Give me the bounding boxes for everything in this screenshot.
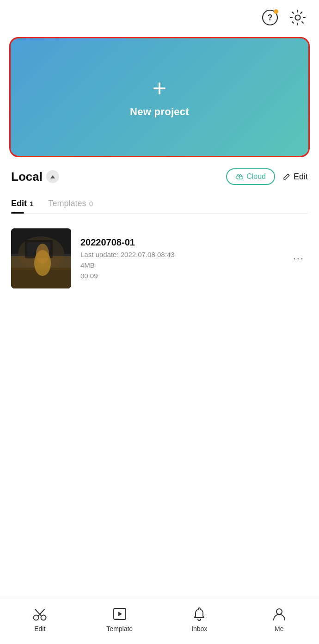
local-title-group: Local	[11, 170, 59, 184]
table-row[interactable]: 20220708-01 Last update: 2022.07.08 08:4…	[11, 225, 308, 296]
tab-edit-count: 1	[28, 200, 34, 208]
svg-marker-17	[118, 612, 122, 616]
project-last-update: Last update: 2022.07.08 08:43	[80, 251, 280, 258]
nav-label-inbox: Inbox	[191, 625, 207, 632]
more-options-button[interactable]: ···	[289, 249, 308, 268]
content-spacer	[0, 300, 319, 598]
nav-item-inbox[interactable]: Inbox	[160, 606, 239, 632]
sort-button[interactable]	[46, 170, 59, 183]
tab-edit[interactable]: Edit 1	[11, 194, 34, 213]
template-icon	[111, 606, 128, 622]
nav-label-edit: Edit	[34, 625, 45, 632]
edit-action-button[interactable]: Edit	[282, 172, 308, 182]
nav-item-edit[interactable]: Edit	[0, 606, 80, 632]
cloud-button[interactable]: Cloud	[226, 168, 275, 185]
project-info: 20220708-01 Last update: 2022.07.08 08:4…	[80, 237, 280, 280]
thumbnail-image	[11, 228, 71, 288]
nav-item-me[interactable]: Me	[239, 606, 319, 632]
header-actions: Cloud Edit	[226, 168, 308, 185]
svg-point-2	[295, 15, 301, 20]
sort-arrow-icon	[50, 175, 55, 178]
project-name: 20220708-01	[80, 237, 280, 248]
nav-label-template: Template	[106, 625, 133, 632]
tabs-row: Edit 1 Templates 0	[11, 194, 308, 214]
project-size: 4MB	[80, 261, 280, 269]
plus-icon: +	[153, 76, 166, 100]
local-section: Local Cloud Edit	[0, 168, 319, 300]
help-button[interactable]: ?	[260, 7, 280, 28]
svg-text:?: ?	[268, 13, 273, 22]
project-thumbnail	[11, 228, 71, 288]
edit-action-label: Edit	[294, 172, 308, 182]
project-list: 20220708-01 Last update: 2022.07.08 08:4…	[11, 221, 308, 300]
tab-templates[interactable]: Templates 0	[49, 194, 93, 213]
person-icon	[271, 606, 288, 622]
bell-icon	[191, 606, 208, 622]
nav-item-template[interactable]: Template	[80, 606, 160, 632]
app-container: ? + New project Local	[0, 0, 319, 644]
bottom-nav: Edit Template Inbox	[0, 598, 319, 644]
tab-templates-count: 0	[87, 200, 93, 208]
scissors-icon	[31, 606, 48, 622]
tab-edit-label: Edit	[11, 199, 27, 208]
header: ?	[0, 0, 319, 31]
svg-point-19	[276, 609, 282, 614]
local-header: Local Cloud Edit	[11, 168, 308, 185]
new-project-banner[interactable]: + New project	[9, 37, 310, 157]
svg-rect-18	[115, 619, 119, 620]
svg-point-11	[36, 244, 49, 264]
tab-templates-label: Templates	[49, 199, 86, 208]
nav-label-me: Me	[275, 625, 283, 632]
cloud-button-label: Cloud	[246, 172, 266, 181]
new-project-label: New project	[130, 106, 189, 118]
settings-button[interactable]	[288, 7, 308, 28]
local-title: Local	[11, 170, 43, 184]
notification-dot	[274, 9, 278, 14]
project-duration: 00:09	[80, 272, 280, 280]
